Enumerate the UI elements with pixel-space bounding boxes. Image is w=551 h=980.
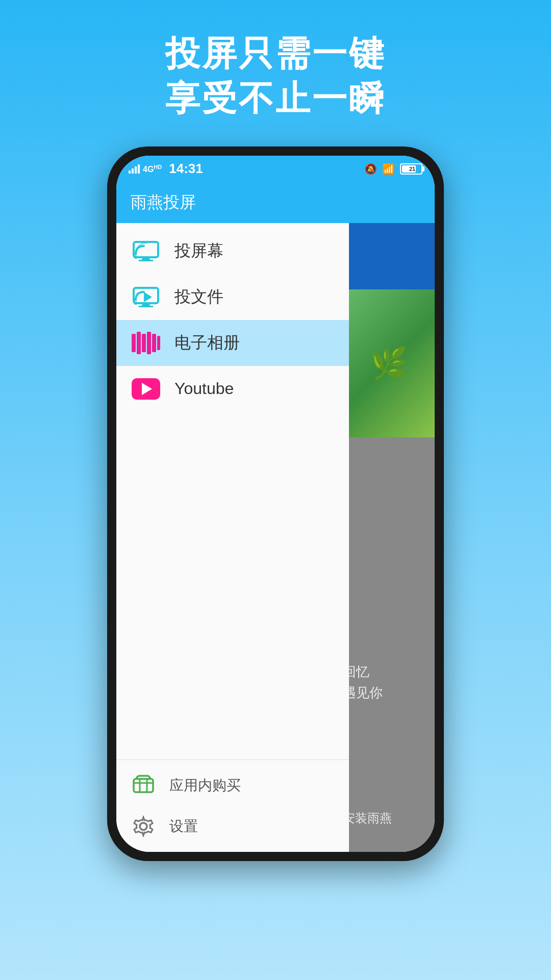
menu-label-photo-album: 电子相册 <box>174 332 240 354</box>
svg-rect-11 <box>142 334 146 352</box>
signal-icon <box>129 164 140 174</box>
svg-rect-14 <box>157 336 160 350</box>
bottom-item-settings[interactable]: 设置 <box>116 806 349 847</box>
svg-marker-8 <box>144 292 152 302</box>
bottom-item-purchase[interactable]: 应用内购买 <box>116 765 349 806</box>
bottom-label-settings: 设置 <box>169 817 198 836</box>
phone-frame: 4GHD 14:31 🔕 📶 21 雨燕投屏 <box>107 146 444 861</box>
photo-card: 🌿 <box>349 289 435 437</box>
menu-label-cast-screen: 投屏幕 <box>174 240 223 262</box>
svg-rect-15 <box>134 779 153 792</box>
bottom-label-purchase: 应用内购买 <box>169 776 241 795</box>
svg-rect-9 <box>132 334 136 352</box>
nav-drawer: 投屏幕 <box>116 223 349 852</box>
svg-rect-10 <box>137 332 141 354</box>
youtube-icon <box>132 375 160 403</box>
svg-point-19 <box>140 823 147 830</box>
time-display: 14:31 <box>169 161 203 177</box>
battery-indicator: 21 <box>400 163 422 175</box>
overlay-text2: 遇见你 <box>349 682 430 704</box>
svg-point-3 <box>134 256 137 259</box>
app-title: 雨燕投屏 <box>131 191 196 214</box>
menu-label-youtube: Youtube <box>174 379 234 398</box>
svg-rect-13 <box>152 334 156 352</box>
phone-screen: 4GHD 14:31 🔕 📶 21 雨燕投屏 <box>116 156 435 852</box>
install-banner: 安装雨燕 <box>349 805 435 831</box>
network-type: 4GHD <box>143 164 162 174</box>
menu-item-youtube[interactable]: Youtube <box>116 366 349 412</box>
app-bar: 雨燕投屏 <box>116 182 435 223</box>
menu-item-cast-file[interactable]: 投文件 <box>116 274 349 320</box>
photo-card-image: 🌿 <box>349 289 435 437</box>
cast-file-icon <box>132 283 160 311</box>
promo-text: 投屏只需一键 享受不止一瞬 <box>165 31 386 121</box>
menu-label-cast-file: 投文件 <box>174 286 223 308</box>
wifi-icon: 📶 <box>382 163 395 175</box>
install-text: 安装雨燕 <box>349 811 392 825</box>
photo-album-icon <box>132 329 160 357</box>
menu-item-photo-album[interactable]: 电子相册 <box>116 320 349 366</box>
status-left: 4GHD 14:31 <box>129 161 203 177</box>
menu-item-cast-screen[interactable]: 投屏幕 <box>116 228 349 274</box>
svg-rect-12 <box>147 332 151 354</box>
gear-icon <box>132 815 155 838</box>
drawer-menu: 投屏幕 <box>116 223 349 760</box>
main-content: 🌿 回忆 遇见你 安装雨燕 <box>349 223 435 852</box>
screen-content: 投屏幕 <box>116 223 435 852</box>
main-top-area <box>349 223 435 289</box>
text-overlay: 回忆 遇见你 <box>349 656 435 709</box>
promo-line1: 投屏只需一键 <box>165 31 386 76</box>
cart-icon <box>132 774 155 797</box>
cast-screen-icon <box>132 237 160 265</box>
status-right: 🔕 📶 21 <box>364 163 422 175</box>
bell-icon: 🔕 <box>364 163 377 175</box>
status-bar: 4GHD 14:31 🔕 📶 21 <box>116 156 435 182</box>
drawer-bottom: 应用内购买 设置 <box>116 760 349 852</box>
overlay-text1: 回忆 <box>349 662 430 683</box>
svg-point-7 <box>134 302 137 305</box>
promo-line2: 享受不止一瞬 <box>165 76 386 120</box>
